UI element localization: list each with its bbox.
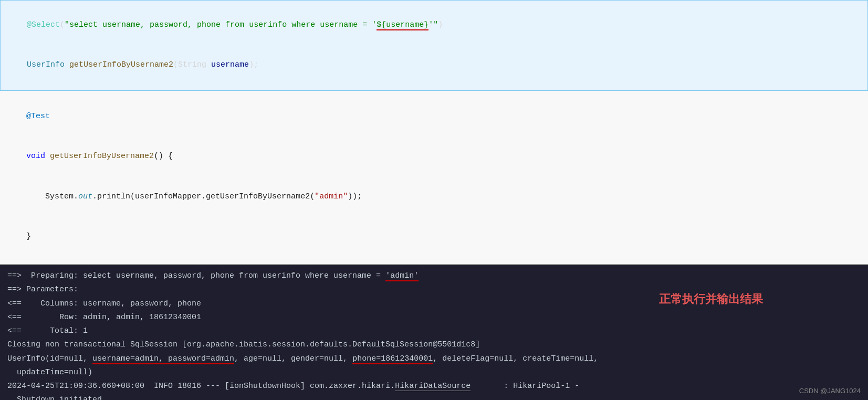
- code-block-top: @Select("select username, password, phon…: [0, 0, 868, 91]
- chinese-success-label: 正常执行并输出结果: [659, 291, 763, 307]
- phone-underline: phone=18612340001: [352, 354, 433, 364]
- void-keyword: void: [26, 152, 45, 161]
- hikari-datasource-1: HikariDataSource: [395, 382, 470, 391]
- out-keyword: out: [78, 192, 92, 201]
- output-row: <== Row: admin, admin, 18612340001: [7, 311, 861, 324]
- output-area: ==> Preparing: select username, password…: [0, 265, 868, 400]
- test-annotation-line: @Test: [7, 96, 861, 136]
- select-annotation: @Select: [27, 20, 60, 29]
- output-closing: Closing non transactional SqlSession [or…: [7, 338, 861, 352]
- param-username: username: [211, 60, 249, 69]
- string-select: "select username, password, phone: [65, 20, 225, 29]
- method-getuserinfo2: getUserInfoByUsername2: [69, 60, 173, 69]
- code-line-2: UserInfo getUserInfoByUsername2(String u…: [8, 45, 860, 86]
- admin-val-underline: 'admin': [385, 271, 419, 281]
- output-preparing: ==> Preparing: select username, password…: [7, 269, 861, 283]
- string-userinfo: userinfo where username = ': [244, 20, 377, 29]
- output-userinfo: UserInfo(id=null, username=admin, passwo…: [7, 352, 861, 366]
- test-close-line: }: [7, 217, 861, 257]
- type-userinfo: UserInfo: [27, 60, 65, 69]
- output-userinfo-cont: updateTime=null): [7, 366, 861, 380]
- code-line-1: @Select("select username, password, phon…: [8, 5, 860, 45]
- code-block-test: @Test void getUserInfoByUsername2() { Sy…: [0, 91, 868, 265]
- output-hikari1-cont: Shutdown initiated...: [7, 393, 861, 400]
- admin-string: "admin": [315, 192, 348, 201]
- output-hikari1: 2024-04-25T21:09:36.660+08:00 INFO 18016…: [7, 380, 861, 393]
- test-void-line: void getUserInfoByUsername2() {: [7, 136, 861, 177]
- username-admin-underline: username=admin, password=admin: [92, 354, 234, 364]
- interpolation-username: ${username}: [377, 20, 428, 30]
- csdn-watermark: CSDN @JANG1024: [799, 387, 861, 395]
- test-method-name: getUserInfoByUsername2: [50, 152, 154, 161]
- test-body-line: System.out.println(userInfoMapper.getUse…: [7, 176, 861, 217]
- string-end: '": [428, 20, 438, 29]
- output-total: <== Total: 1: [7, 324, 861, 338]
- from-keyword: from: [225, 20, 244, 29]
- test-at-annotation: @Test: [26, 112, 50, 121]
